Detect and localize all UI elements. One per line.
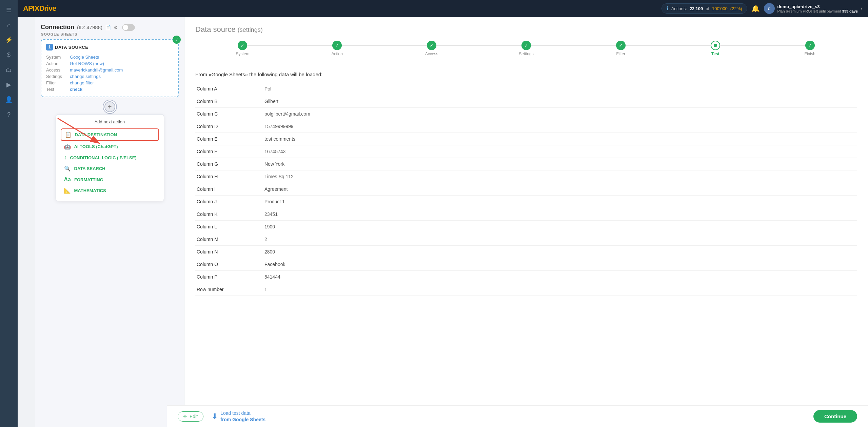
table-row: Column JProduct 1 bbox=[195, 196, 857, 208]
table-row: Column F16745743 bbox=[195, 145, 857, 158]
mathematics-label: MATHEMATICS bbox=[74, 188, 106, 193]
table-row: Column P541444 bbox=[195, 271, 857, 283]
step-circle-filter: ✓ bbox=[616, 41, 626, 50]
left-panel: Connection (ID: 47988) 📄 ⚙ GOOGLE SHEETS… bbox=[35, 17, 184, 427]
load-label: Load test data bbox=[220, 410, 265, 416]
download-icon: ⬇ bbox=[212, 412, 218, 421]
connection-title: Connection bbox=[41, 24, 74, 31]
ds-key-system: System bbox=[46, 54, 70, 60]
col-value: 16745743 bbox=[263, 145, 857, 158]
sidebar-menu-icon[interactable]: ☰ bbox=[3, 4, 15, 16]
ds-val-filter[interactable]: change filter bbox=[70, 80, 173, 86]
gear-icon[interactable]: ⚙ bbox=[114, 25, 118, 30]
actions-of: of bbox=[706, 6, 709, 11]
ds-val-test[interactable]: check bbox=[70, 86, 173, 93]
action-item-conditional-logic[interactable]: ↕ CONDITIONAL LOGIC (IF/ELSE) bbox=[61, 152, 159, 163]
user-area[interactable]: d demo_apix-drive_s3 Plan |Premium PRO| … bbox=[764, 3, 863, 14]
avatar: d bbox=[764, 3, 775, 14]
col-value: 1900 bbox=[263, 221, 857, 233]
step-label-action: Action bbox=[332, 52, 343, 56]
col-label: Column P bbox=[195, 271, 263, 283]
action-dropdown: Add next action 📋 DATA DESTINATION 🤖 AI … bbox=[56, 114, 164, 201]
document-icon[interactable]: 📄 bbox=[105, 25, 111, 30]
action-item-data-search[interactable]: 🔍 DATA SEARCH bbox=[61, 163, 159, 174]
col-label: Column C bbox=[195, 108, 263, 120]
ds-key-settings: Settings bbox=[46, 73, 70, 80]
connection-id: (ID: 47988) bbox=[77, 24, 102, 30]
col-value: Gilbert bbox=[263, 95, 857, 108]
actions-badge: ℹ Actions: 22'109 of 100'000 (22%) bbox=[662, 3, 747, 14]
action-item-ai-tools[interactable]: 🤖 AI TOOLS (ChatGPT) bbox=[61, 141, 159, 152]
ds-val-action[interactable]: Get ROWS (new) bbox=[70, 60, 173, 67]
col-label: Column B bbox=[195, 95, 263, 108]
ds-val-access[interactable]: maverickandrii@gmail.com bbox=[70, 67, 173, 73]
google-sheets-label: GOOGLE SHEETS bbox=[41, 32, 179, 36]
ds-row-test: Test check bbox=[46, 86, 173, 93]
col-label: Column L bbox=[195, 221, 263, 233]
table-row: Column Cpolgilbert@gmail.com bbox=[195, 108, 857, 120]
ds-val-settings[interactable]: change settings bbox=[70, 73, 173, 80]
col-value: Product 1 bbox=[263, 196, 857, 208]
sidebar: ☰ ⌂ ⚡ $ 🗂 ▶ 👤 ? bbox=[0, 0, 18, 427]
ds-title: DATA SOURCE bbox=[55, 45, 88, 50]
col-value: Pol bbox=[263, 83, 857, 95]
ds-number: 1 bbox=[46, 44, 53, 50]
continue-button[interactable]: Continue bbox=[813, 410, 857, 423]
steps-bar: ✓ System ✓ Action ✓ Access ✓ Settings ✓ … bbox=[195, 41, 857, 62]
step-finish: ✓ Finish bbox=[763, 41, 857, 56]
sidebar-home-icon[interactable]: ⌂ bbox=[3, 19, 15, 31]
ds-row-system: System Google Sheets bbox=[46, 54, 173, 60]
data-destination-label: DATA DESTINATION bbox=[75, 132, 117, 137]
ds-key-filter: Filter bbox=[46, 80, 70, 86]
ds-row-settings: Settings change settings bbox=[46, 73, 173, 80]
action-item-data-destination[interactable]: 📋 DATA DESTINATION bbox=[61, 128, 159, 141]
col-value: 23451 bbox=[263, 208, 857, 221]
ds-table: System Google Sheets Action Get ROWS (ne… bbox=[46, 54, 173, 93]
col-label: Column I bbox=[195, 183, 263, 196]
edit-button[interactable]: ✏ Edit bbox=[178, 411, 203, 422]
bell-icon[interactable]: 🔔 bbox=[751, 4, 760, 13]
step-test[interactable]: Test bbox=[668, 41, 763, 56]
sidebar-profile-icon[interactable]: 👤 bbox=[3, 94, 15, 106]
formatting-label: FORMATTING bbox=[74, 177, 103, 182]
ds-header: 1 DATA SOURCE bbox=[46, 44, 173, 50]
logo: APIXDrive bbox=[23, 4, 56, 13]
step-settings: ✓ Settings bbox=[479, 41, 574, 56]
col-label: Column E bbox=[195, 133, 263, 145]
data-search-label: DATA SEARCH bbox=[74, 166, 105, 171]
edit-icon: ✏ bbox=[183, 414, 188, 419]
action-item-formatting[interactable]: Aa FORMATTING bbox=[61, 174, 159, 185]
plus-btn-wrapper: + bbox=[104, 101, 115, 112]
col-label: Column G bbox=[195, 158, 263, 170]
sidebar-help-icon[interactable]: ? bbox=[3, 108, 15, 121]
ds-row-filter: Filter change filter bbox=[46, 80, 173, 86]
sidebar-connections-icon[interactable]: ⚡ bbox=[3, 34, 15, 46]
col-value: test comments bbox=[263, 133, 857, 145]
action-item-mathematics[interactable]: 📐 MATHEMATICS bbox=[61, 185, 159, 196]
col-label: Column M bbox=[195, 233, 263, 246]
ds-key-action: Action bbox=[46, 60, 70, 67]
ds-val-system[interactable]: Google Sheets bbox=[70, 54, 173, 60]
step-filter: ✓ Filter bbox=[573, 41, 668, 56]
toggle-switch[interactable] bbox=[122, 24, 135, 31]
actions-count: 22'109 bbox=[690, 6, 703, 11]
plus-button[interactable]: + bbox=[104, 101, 115, 112]
sidebar-billing-icon[interactable]: $ bbox=[3, 49, 15, 61]
sidebar-video-icon[interactable]: ▶ bbox=[3, 79, 15, 91]
panel-subtitle: (settings) bbox=[238, 26, 263, 33]
data-source-box: ✓ 1 DATA SOURCE System Google Sheets Act… bbox=[41, 39, 179, 97]
table-row: Column IAgreement bbox=[195, 183, 857, 196]
table-row: Column L1900 bbox=[195, 221, 857, 233]
topbar: APIXDrive ℹ Actions: 22'109 of 100'000 (… bbox=[18, 0, 868, 17]
col-value: 15749999999 bbox=[263, 120, 857, 133]
data-search-icon: 🔍 bbox=[64, 165, 71, 172]
sidebar-templates-icon[interactable]: 🗂 bbox=[3, 64, 15, 76]
step-circle-access: ✓ bbox=[427, 41, 436, 50]
add-action-container: + Add next action 📋 DATA DESTINATION 🤖 A… bbox=[41, 101, 179, 201]
table-row: Column OFacebook bbox=[195, 258, 857, 271]
load-test-data-button[interactable]: ⬇ Load test data from Google Sheets bbox=[212, 410, 265, 422]
load-btn-text: Load test data from Google Sheets bbox=[220, 410, 265, 422]
ai-tools-label: AI TOOLS (ChatGPT) bbox=[74, 144, 118, 149]
ds-row-access: Access maverickandrii@gmail.com bbox=[46, 67, 173, 73]
right-panel: Data source (settings) ✓ System ✓ Action… bbox=[184, 17, 868, 427]
